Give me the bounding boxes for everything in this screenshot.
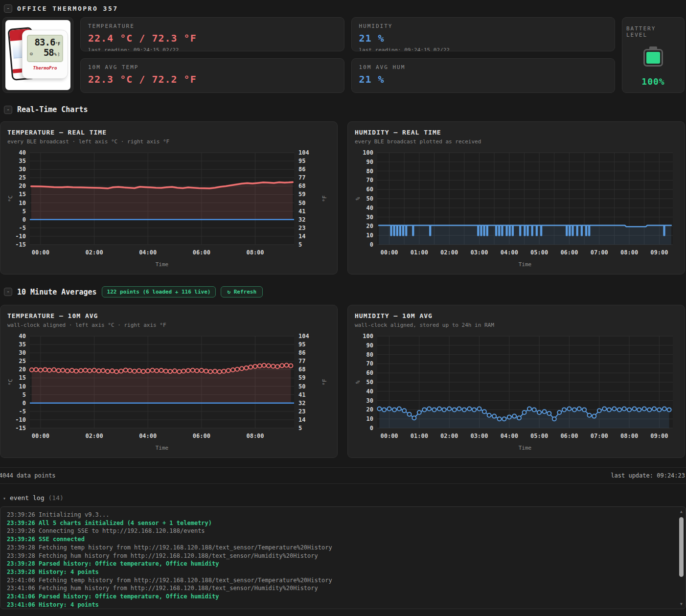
svg-text:50: 50	[298, 200, 305, 206]
svg-text:104: 104	[298, 149, 309, 156]
svg-text:02:00: 02:00	[86, 249, 103, 256]
svg-text:30: 30	[366, 397, 373, 404]
svg-text:-10: -10	[15, 416, 26, 423]
svg-text:100: 100	[363, 149, 373, 156]
svg-text:09:00: 09:00	[650, 433, 668, 439]
svg-text:90: 90	[366, 159, 373, 165]
humidity-label: HUMIDITY	[359, 23, 608, 29]
svg-text:-5: -5	[19, 408, 26, 415]
bluetooth-icon: ᛒ	[58, 52, 60, 57]
svg-text:15: 15	[19, 374, 26, 381]
avg-temp-label: 10M AVG TEMP	[88, 64, 337, 70]
eventlog-box: 23:39:26 Initializing v9.3...23:39:26 Al…	[0, 506, 686, 609]
battery-value: 100%	[641, 76, 664, 87]
svg-text:Time: Time	[156, 261, 169, 268]
log-line: 23:39:26 Initializing v9.3...	[7, 511, 675, 519]
svg-text:14: 14	[298, 233, 305, 240]
temperature-last-reading: last reading: 09:24:15 02/22	[88, 47, 337, 51]
temp-realtime-chart: 40104359530862577206815591050541032-523-…	[7, 149, 330, 269]
averages-section-title: 10 Minute Averages	[17, 288, 97, 297]
hum-realtime-chart: 100908070605040302010000:0001:0002:0003:…	[355, 149, 678, 269]
svg-text:59: 59	[298, 374, 305, 381]
refresh-button[interactable]: ↻ Refresh	[221, 286, 263, 297]
svg-text:06:00: 06:00	[560, 249, 578, 256]
svg-text:05:00: 05:00	[530, 249, 548, 256]
realtime-section-header: - Real-Time Charts	[4, 105, 682, 114]
scrollbar-thumb[interactable]	[679, 517, 684, 577]
svg-text:00:00: 00:00	[380, 433, 398, 439]
status-bar: 4044 data points last update: 09:24:23	[0, 467, 686, 484]
svg-text:08:00: 08:00	[620, 249, 638, 256]
log-line: 23:39:28 History: 4 points	[7, 568, 675, 576]
app-header: - OFFICE THERMOPRO 357	[0, 0, 686, 13]
svg-text:06:00: 06:00	[193, 433, 210, 439]
svg-text:20: 20	[19, 366, 26, 373]
log-line: 23:39:28 Parsed history: Office temperat…	[7, 560, 675, 568]
log-line: 23:39:28 Fetching temp history from http…	[7, 544, 675, 552]
svg-text:07:00: 07:00	[591, 433, 608, 439]
svg-text:70: 70	[366, 177, 373, 183]
device-photo: 83.6 °F ☺ 58 % ᛒ ThermoPro	[5, 20, 70, 90]
scroll-down-icon[interactable]: ▼	[678, 602, 685, 606]
svg-text:30: 30	[366, 214, 373, 221]
humidity-card: HUMIDITY 21 % last reading: 09:24:15 02/…	[351, 17, 616, 51]
svg-text:50: 50	[298, 383, 305, 390]
svg-text:00:00: 00:00	[32, 249, 49, 256]
temperature-value: 22.4 °C / 72.3 °F	[88, 32, 337, 44]
hum-avg-card: HUMIDITY — 10M AVG wall-clock aligned, s…	[347, 305, 685, 458]
svg-text:09:00: 09:00	[650, 249, 668, 256]
header-collapse-button[interactable]: -	[4, 4, 12, 13]
page-title: OFFICE THERMOPRO 357	[17, 5, 118, 12]
device-photo-card: 83.6 °F ☺ 58 % ᛒ ThermoPro	[2, 17, 73, 93]
eventlog-title: event log	[10, 494, 44, 502]
svg-text:15: 15	[19, 191, 26, 198]
avg-hum-label: 10M AVG HUM	[359, 64, 608, 70]
svg-text:04:00: 04:00	[139, 249, 157, 256]
log-line: 23:39:26 All 5 charts initialized (4 sen…	[7, 519, 675, 527]
temp-avg-subtitle: wall-clock aligned · left axis °C · righ…	[7, 322, 330, 328]
svg-text:35: 35	[19, 341, 26, 348]
svg-text:40: 40	[366, 205, 373, 211]
svg-text:86: 86	[298, 349, 305, 356]
svg-text:100: 100	[363, 333, 373, 340]
temp-realtime-title: TEMPERATURE — REAL TIME	[7, 129, 330, 136]
temp-avg-chart: 40104359530862577206815591050541032-523-…	[7, 332, 330, 453]
svg-text:0: 0	[370, 425, 373, 432]
svg-text:80: 80	[366, 351, 373, 358]
avg-temp-value: 22.3 °C / 72.2 °F	[88, 73, 337, 85]
temp-avg-title: TEMPERATURE — 10M AVG	[7, 312, 330, 319]
svg-text:68: 68	[298, 183, 305, 189]
svg-text:04:00: 04:00	[501, 433, 518, 439]
lcd-hum-value: 58	[44, 47, 54, 58]
svg-text:02:00: 02:00	[86, 433, 103, 439]
humidity-value: 21 %	[359, 32, 608, 44]
svg-text:23: 23	[298, 225, 305, 231]
svg-text:Time: Time	[519, 261, 532, 268]
data-points-count: 4044 data points	[0, 472, 56, 479]
average-charts-row: TEMPERATURE — 10M AVG wall-clock aligned…	[0, 305, 686, 458]
svg-text:20: 20	[366, 406, 373, 413]
last-update: last update: 09:24:23	[611, 472, 685, 479]
svg-text:%: %	[355, 197, 361, 200]
scroll-up-icon[interactable]: ▲	[678, 509, 685, 514]
svg-text:06:00: 06:00	[193, 249, 210, 256]
temp-realtime-card: TEMPERATURE — REAL TIME every BLE broadc…	[0, 121, 338, 274]
eventlog-scrollbar[interactable]: ▲ ▼	[678, 507, 685, 608]
svg-text:41: 41	[298, 208, 305, 215]
log-line: 23:39:26 Connecting SSE to http://192.16…	[7, 527, 675, 535]
log-line: 23:41:06 Fetching temp history from http…	[7, 576, 675, 585]
hum-avg-chart: 100908070605040302010000:0001:0002:0003:…	[355, 332, 678, 453]
svg-text:08:00: 08:00	[620, 433, 638, 439]
svg-text:35: 35	[19, 158, 26, 164]
hum-avg-subtitle: wall-clock aligned, stored up to 24h in …	[355, 322, 678, 328]
averages-collapse-button[interactable]: -	[4, 288, 12, 296]
svg-text:5: 5	[23, 208, 26, 215]
chevron-down-icon[interactable]: ▾	[3, 496, 6, 501]
realtime-collapse-button[interactable]: -	[4, 106, 12, 114]
svg-text:06:00: 06:00	[560, 433, 578, 439]
eventlog-header[interactable]: ▾ event log (14)	[3, 494, 686, 502]
lcd-hum-unit: %	[54, 52, 57, 57]
eventlog-lines: 23:39:26 Initializing v9.3...23:39:26 Al…	[7, 511, 675, 609]
svg-text:70: 70	[366, 360, 373, 367]
thermometer-image: 83.6 °F ☺ 58 % ᛒ ThermoPro	[22, 30, 68, 79]
